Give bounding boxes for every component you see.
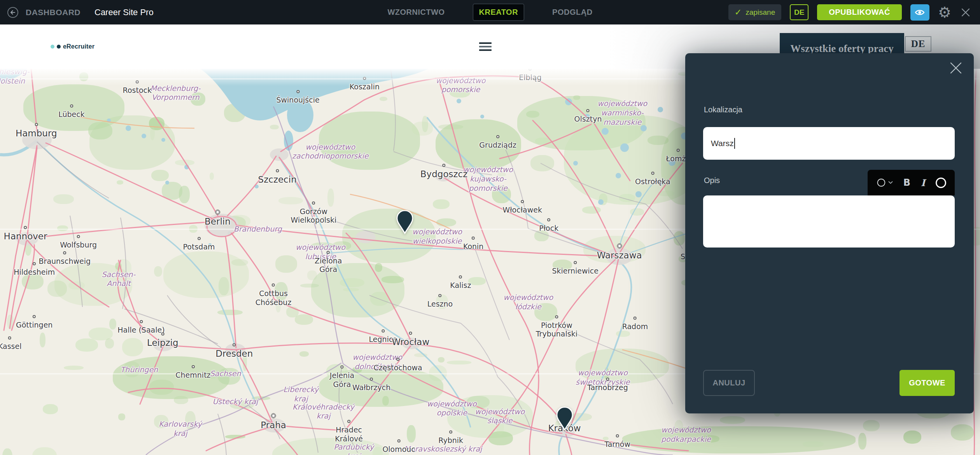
location-dialog: Lokalizacja Warsz Opis	[685, 53, 974, 413]
map-city-label: Szczecin	[258, 175, 297, 185]
map-city-label: CottbusChóśebuz	[256, 289, 292, 307]
map-region-label: Libereckýkraj	[283, 385, 318, 404]
saved-status-badge: ✓ zapisane	[728, 4, 782, 20]
map-pin[interactable]	[555, 406, 574, 432]
map-city-label: Dresden	[215, 349, 253, 359]
logo-text: eRecruiter	[63, 43, 94, 50]
map-region-label: województwokujawsko-pomorskie	[463, 166, 513, 193]
eye-icon	[914, 8, 925, 17]
map-city-label: Hamburg	[16, 128, 57, 139]
richtext-toolbar: B I	[868, 170, 955, 195]
map-city-label: Wrocław	[392, 337, 429, 347]
map-city-label: Lübeck	[58, 110, 85, 119]
map-region-label: Karlovarskýkraj	[159, 420, 202, 439]
map-city-label: Praha	[261, 420, 286, 431]
chevron-down-icon	[888, 181, 893, 184]
map-region-label: województwopomorskie	[436, 76, 485, 95]
logo-dot-teal-icon	[51, 45, 54, 49]
map-city-label: Bydgoszcz	[420, 169, 467, 180]
map-region-label: Thüringen	[121, 365, 158, 375]
ai-assistant-dropdown[interactable]	[876, 178, 893, 188]
italic-button[interactable]: I	[921, 177, 925, 188]
map-city-label: Braunschweig	[39, 257, 91, 265]
location-input[interactable]: Warsz	[703, 127, 955, 160]
tab-podglad[interactable]: PODGLĄD	[546, 3, 599, 21]
map-city-label: Rybnik	[438, 436, 463, 445]
map-region-label: województwołódzkie	[503, 293, 553, 312]
map-pin[interactable]	[396, 210, 414, 236]
dialog-close-button[interactable]	[949, 61, 963, 75]
map-city-label: Hildesheim	[14, 268, 55, 276]
map-city-label: PiotrkówTrybunalski	[536, 321, 578, 338]
map-region-label: Mecklenburg-Vorpommern	[150, 84, 201, 103]
map-region-label: Schleswig-Holstein	[0, 69, 30, 86]
map-city-label: Berlin	[205, 216, 231, 227]
map-city-label: Rostock	[123, 85, 152, 94]
map-city-label: Ostrołęka	[635, 177, 670, 186]
map-city-label: Hannover	[4, 232, 47, 242]
map-region-label: województwośląskie	[475, 407, 525, 426]
top-bar: DASHBOARD Career Site Pro WZORNICTWO KRE…	[0, 0, 980, 24]
preview-eye-button[interactable]	[910, 4, 929, 21]
map-region-label: Brandenburg	[234, 225, 282, 234]
settings-gear-icon[interactable]: ⚙	[938, 5, 951, 20]
map-city-label: Leipzig	[147, 338, 178, 348]
map-city-label: Chemnitz	[175, 371, 210, 379]
map-pin-icon	[555, 406, 574, 431]
map-city-label: JeleniaGóra	[330, 371, 354, 389]
map-city-label: Halle (Saale)	[117, 326, 164, 334]
map-region-label: Pardubickýkraj	[334, 443, 374, 455]
dashboard-label[interactable]: DASHBOARD	[26, 8, 80, 17]
map-region-label: województwoopolskie	[427, 399, 477, 418]
map-city-label: Skierniewice	[552, 267, 598, 275]
app-window: HamburgLübeckRostockŚwinoujścieKoszalinS…	[0, 0, 980, 455]
close-editor-button[interactable]	[960, 7, 971, 18]
openai-icon	[876, 178, 886, 188]
tab-kreator[interactable]: KREATOR	[473, 3, 525, 21]
map-city-label: GorzówWielkopolski	[291, 207, 337, 224]
map-city-label: Radom	[622, 322, 648, 331]
logo-dot-navy-icon	[57, 45, 61, 49]
map-region-label: Sachsen	[210, 369, 241, 378]
map-city-label: Świnoujście	[276, 95, 319, 104]
map-city-label: HradecKrálové	[335, 425, 363, 443]
map-region-label: Moravskoslezský kraj	[404, 445, 482, 454]
done-button[interactable]: GOTOWE	[900, 370, 955, 396]
mode-tabs: WZORNICTWO KREATOR PODGLĄD	[381, 0, 598, 24]
location-input-value: Warsz	[711, 139, 734, 148]
map-city-label: ZielonaGóra	[315, 256, 342, 274]
map-city-label: Tarnobrzeg	[587, 383, 628, 392]
map-region-label: województwowarmińsko-mazurskie	[597, 99, 647, 127]
preview-language-button[interactable]: DE	[905, 36, 931, 52]
cancel-button[interactable]: ANULUJ	[703, 370, 755, 396]
map-city-label: Olsztyn	[574, 115, 602, 123]
description-textarea[interactable]	[703, 195, 955, 248]
saved-label: zapisane	[746, 8, 775, 17]
map-region-label: Královéhradeckýkraj	[292, 403, 354, 421]
map-city-label: Kassel	[0, 342, 21, 350]
map-city-label: Elbląg	[519, 73, 541, 82]
hamburger-menu-icon[interactable]	[479, 40, 492, 53]
erecruiter-logo: eRecruiter	[51, 24, 94, 69]
map-city-label: Częstochowa	[374, 363, 422, 372]
check-icon: ✓	[735, 8, 742, 17]
map-region-label: Sachsen-Anhalt	[102, 270, 136, 289]
back-arrow-icon	[7, 7, 19, 18]
language-toggle-button[interactable]: DE	[790, 4, 808, 20]
text-caret	[734, 138, 735, 149]
map-city-label: Włocławek	[502, 206, 542, 214]
map-region-label: województwopodkarpackie	[661, 426, 711, 445]
map-city-label: Warszawa	[597, 251, 642, 261]
close-icon	[949, 61, 963, 75]
circle-icon[interactable]	[936, 178, 946, 188]
map-region-label: województwozachodniopomorskie	[292, 143, 368, 161]
back-button[interactable]	[7, 7, 19, 18]
map-city-label: Tarnów	[604, 440, 630, 448]
publish-button[interactable]: OPUBLIKOWAĆ	[817, 4, 902, 20]
bold-button[interactable]: B	[903, 177, 910, 188]
map-city-label: Płock	[539, 223, 558, 232]
map-city-label: Wolfsburg	[60, 241, 97, 249]
close-icon	[960, 7, 971, 18]
tab-wzornictwo[interactable]: WZORNICTWO	[381, 3, 451, 21]
map-city-label: Göttingen	[16, 321, 52, 329]
